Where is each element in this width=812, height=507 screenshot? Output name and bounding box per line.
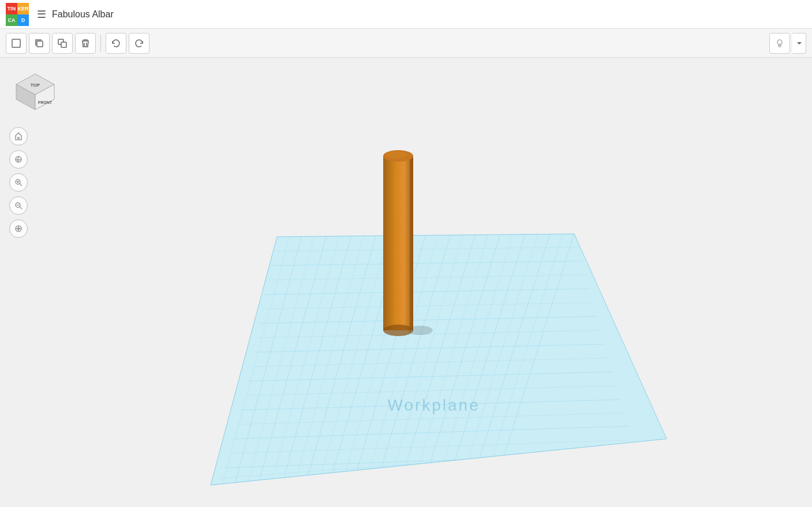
duplicate-button[interactable] — [52, 33, 73, 54]
project-menu-icon[interactable]: ☰ — [37, 8, 46, 21]
home-button[interactable] — [9, 127, 28, 146]
left-controls — [9, 127, 28, 238]
logo-ker: KER — [17, 3, 29, 14]
svg-point-73 — [18, 228, 20, 230]
svg-rect-1 — [37, 41, 43, 47]
svg-rect-3 — [61, 42, 66, 47]
view-cube[interactable]: TOP FRONT — [9, 69, 61, 121]
svg-line-66 — [20, 184, 22, 186]
dropdown-button[interactable] — [792, 33, 806, 54]
svg-marker-6 — [211, 234, 667, 485]
svg-line-69 — [20, 207, 22, 209]
right-toolbar — [769, 33, 806, 54]
svg-text:TOP: TOP — [31, 83, 40, 88]
cylinder-3d[interactable] — [381, 147, 427, 338]
svg-rect-0 — [12, 39, 20, 47]
svg-point-56 — [383, 325, 413, 336]
svg-rect-52 — [383, 156, 413, 330]
viewport[interactable]: Workplane TOP FRONT — [0, 58, 812, 507]
svg-point-4 — [777, 40, 782, 44]
topbar: TIN KER CA D ☰ Fabulous Albar — [0, 0, 812, 29]
copy-button[interactable] — [29, 33, 50, 54]
light-button[interactable] — [769, 33, 790, 54]
view-cube-svg: TOP FRONT — [9, 69, 61, 121]
zoom-in-button[interactable] — [9, 173, 28, 192]
scene: Workplane — [0, 58, 812, 507]
svg-text:FRONT: FRONT — [38, 100, 53, 105]
tinkercad-logo[interactable]: TIN KER CA D — [6, 3, 29, 26]
toolbar — [0, 29, 812, 58]
redo-button[interactable] — [129, 33, 149, 54]
fit-button[interactable] — [9, 219, 28, 238]
logo-ca: CA — [6, 14, 17, 26]
project-title: Fabulous Albar — [52, 9, 114, 20]
delete-button[interactable] — [75, 33, 96, 54]
logo-tin: TIN — [6, 3, 17, 14]
orbit-button[interactable] — [9, 150, 28, 169]
logo-d: D — [17, 14, 29, 26]
zoom-out-button[interactable] — [9, 196, 28, 215]
new-button[interactable] — [6, 33, 27, 54]
svg-rect-53 — [410, 156, 413, 330]
undo-button[interactable] — [106, 33, 126, 54]
svg-point-55 — [387, 151, 407, 158]
toolbar-separator — [100, 35, 101, 52]
